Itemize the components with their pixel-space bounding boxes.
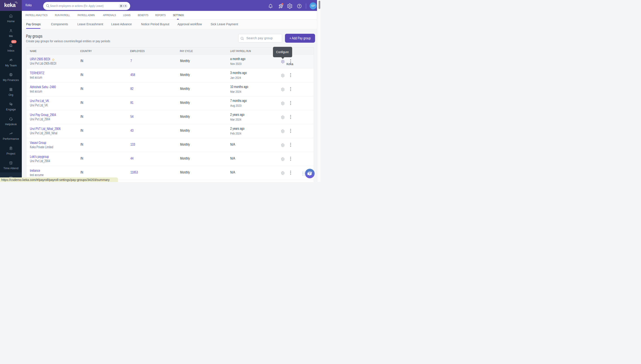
svg-text:?: ? xyxy=(309,173,310,175)
